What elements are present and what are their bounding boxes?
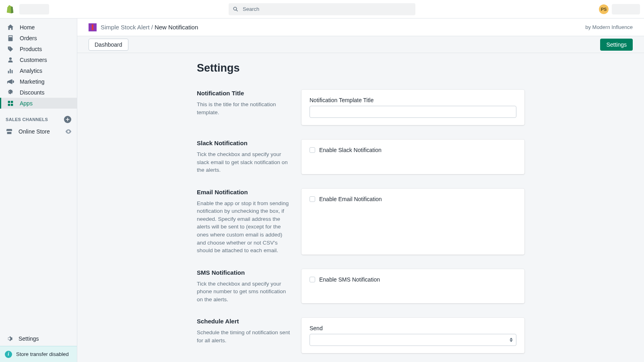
page-title: Settings (192, 62, 529, 74)
section-notification-title: Notification Title This is the title for… (192, 82, 529, 132)
checkbox-label: Enable Slack Notification (319, 147, 382, 153)
app-toolbar: Dashboard Settings (77, 36, 644, 53)
section-email: Email Notification Enable the app or sto… (192, 181, 529, 262)
sidebar-item-label: Analytics (20, 68, 42, 74)
section-heading: Slack Notification (197, 140, 290, 146)
section-heading: Notification Title (197, 90, 290, 97)
user-avatar[interactable]: PS (599, 4, 609, 14)
settings-label: Settings (19, 335, 39, 342)
schedule-select[interactable] (310, 334, 516, 346)
sidebar-settings[interactable]: Settings (0, 331, 77, 346)
breadcrumb-separator: / (151, 24, 153, 31)
section-desc: Enable the app or stop it from sending n… (197, 200, 290, 255)
section-desc: Tick the checkbox and specify your slack… (197, 150, 290, 174)
card-slack: Enable Slack Notification (301, 140, 524, 174)
app-icon (89, 23, 97, 31)
marketing-icon (7, 78, 14, 85)
sidebar-item-discounts[interactable]: Discounts (0, 87, 77, 98)
status-text: Store transfer disabled (16, 351, 69, 357)
main-area: Simple Stock Alert / New Notification by… (77, 19, 644, 362)
select-arrows-icon (510, 338, 513, 342)
section-label: SALES CHANNELS (6, 117, 48, 122)
section-desc: Schedule the timing of notification sent… (197, 329, 290, 344)
sidebar-section-sales-channels: SALES CHANNELS (0, 109, 77, 125)
search-icon (233, 6, 239, 12)
breadcrumb-current: New Notification (155, 24, 198, 31)
card-sms: Enable SMS Notification (301, 269, 524, 304)
section-heading: SMS Notification (197, 269, 290, 276)
top-bar: PS (0, 0, 644, 19)
card-schedule: Send (301, 318, 524, 353)
sidebar: Home Orders Products Customers Analytics… (0, 19, 77, 362)
apps-icon (7, 100, 14, 107)
app-author: by Modern Influence (585, 24, 633, 30)
store-status-banner: i Store transfer disabled (0, 346, 77, 362)
store-name-pill[interactable] (19, 4, 49, 14)
products-icon (7, 45, 14, 53)
app-header: Simple Stock Alert / New Notification by… (77, 19, 644, 36)
sidebar-item-label: Customers (20, 57, 47, 63)
profile-menu[interactable] (612, 4, 640, 14)
sidebar-channel-online-store[interactable]: Online Store (0, 125, 77, 138)
template-title-input[interactable] (310, 106, 516, 118)
section-desc: This is the title for the notification t… (197, 101, 290, 116)
add-channel-icon[interactable] (64, 116, 71, 123)
checkbox-label: Enable Email Notification (319, 196, 382, 202)
enable-email-checkbox[interactable] (310, 196, 315, 202)
card-notification-title: Notification Template Title (301, 90, 524, 125)
customers-icon (7, 56, 14, 64)
sidebar-item-orders[interactable]: Orders (0, 33, 77, 43)
content: Settings Notification Title This is the … (192, 53, 529, 362)
store-icon (6, 128, 13, 135)
sidebar-item-label: Orders (20, 35, 37, 41)
section-desc: Tick the checkbox and specify your phone… (197, 280, 290, 304)
sidebar-item-marketing[interactable]: Marketing (0, 76, 77, 87)
search-input[interactable] (243, 6, 411, 12)
sidebar-item-label: Apps (20, 100, 33, 107)
section-slack: Slack Notification Tick the checkbox and… (192, 132, 529, 181)
channel-label: Online Store (19, 128, 50, 135)
card-email: Enable Email Notification (301, 189, 524, 255)
sidebar-item-apps[interactable]: Apps (0, 98, 77, 109)
sidebar-item-analytics[interactable]: Analytics (0, 65, 77, 76)
section-heading: Schedule Alert (197, 318, 290, 325)
view-store-icon[interactable] (65, 128, 72, 135)
gear-icon (6, 335, 13, 342)
settings-button[interactable]: Settings (600, 39, 633, 51)
shopify-logo-icon (6, 5, 14, 14)
field-label-template-title: Notification Template Title (310, 97, 516, 103)
section-schedule: Schedule Alert Schedule the timing of no… (192, 311, 529, 360)
sidebar-item-label: Discounts (20, 89, 44, 96)
orders-icon (7, 35, 14, 42)
sidebar-item-label: Home (20, 24, 35, 31)
enable-slack-checkbox[interactable] (310, 147, 315, 153)
field-label-send: Send (310, 325, 516, 331)
checkbox-label: Enable SMS Notification (319, 276, 380, 283)
section-sms: SMS Notification Tick the checkbox and s… (192, 262, 529, 311)
sidebar-item-label: Products (20, 46, 42, 52)
dashboard-button[interactable]: Dashboard (89, 39, 128, 51)
global-search[interactable] (229, 3, 415, 15)
breadcrumb-app-name[interactable]: Simple Stock Alert (101, 24, 150, 31)
enable-sms-checkbox[interactable] (310, 277, 315, 282)
sidebar-item-customers[interactable]: Customers (0, 54, 77, 65)
home-icon (7, 24, 14, 31)
analytics-icon (7, 67, 14, 74)
info-icon: i (5, 351, 12, 358)
discounts-icon (7, 89, 14, 96)
section-heading: Email Notification (197, 189, 290, 195)
sidebar-item-label: Marketing (20, 78, 44, 85)
sidebar-item-products[interactable]: Products (0, 43, 77, 54)
sidebar-item-home[interactable]: Home (0, 22, 77, 33)
